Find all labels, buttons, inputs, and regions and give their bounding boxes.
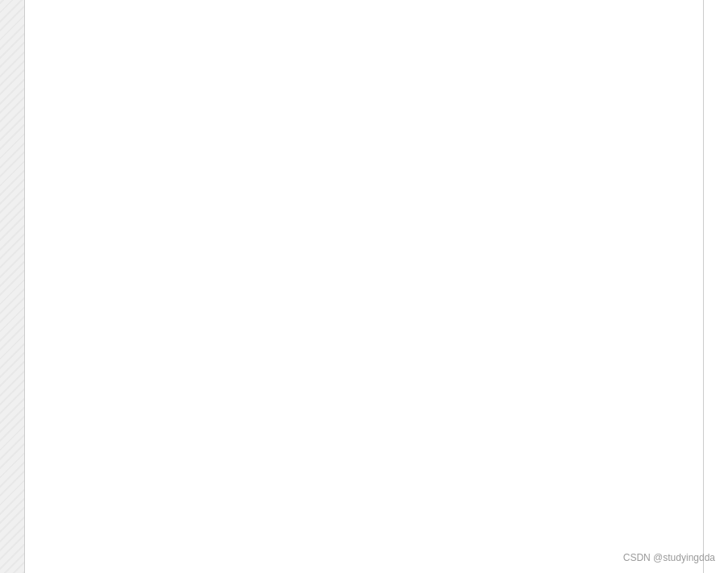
left-margin [0, 0, 24, 573]
right-border-line [703, 0, 704, 573]
left-border-line [24, 0, 25, 573]
editor-container: #define configUSE_PREEMPTION 1 #define c… [0, 0, 728, 573]
watermark: CSDN @studyingdda [623, 552, 715, 563]
